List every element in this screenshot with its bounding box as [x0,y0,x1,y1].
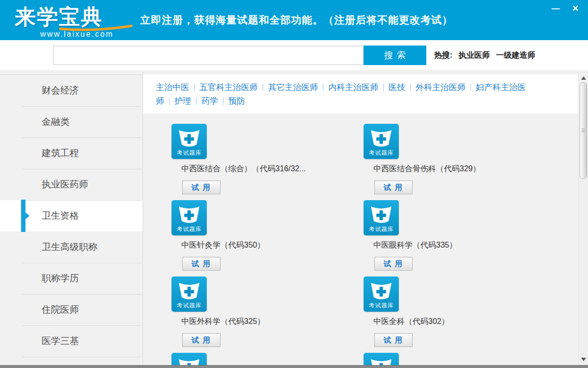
exam-card-title: 中医全科（代码302） [373,317,530,327]
sidebar-item-label: 医学三基 [42,325,79,357]
active-item-indicator [21,200,25,232]
tile-badge-label: 考试题库 [364,149,399,157]
exam-card-2: 考试题库 中医针灸学（代码350） 试 用 [172,200,338,271]
category-tabs-panel: 主治中医五官科主治医师其它主治医师内科主治医师医技外科主治医师妇产科主治医师护理… [143,74,578,114]
tab-3[interactable]: 内科主治医师 [328,83,378,92]
exam-card-5: 考试题库 中医全科（代码302） 试 用 [364,276,530,347]
question-bank-tile[interactable]: 考试题库 [364,276,399,312]
tab-separator [410,84,411,91]
trial-button[interactable]: 试 用 [182,333,220,347]
sidebar-item-0[interactable]: 财会经济 [0,75,143,106]
tile-badge-label: 考试题库 [364,226,399,233]
question-bank-tile[interactable]: 考试题库 [364,200,399,235]
tab-0[interactable]: 主治中医 [156,83,189,92]
hot-search: 热搜: 执业医师 一级建造师 [434,50,535,61]
tab-1[interactable]: 五官科主治医师 [199,83,258,92]
category-tabs: 主治中医五官科主治医师其它主治医师内科主治医师医技外科主治医师妇产科主治医师护理… [156,81,529,108]
tab-separator [194,84,195,91]
tile-badge-label: 考试题库 [172,149,207,157]
tab-separator [323,84,323,91]
medical-cap-icon [172,202,207,225]
close-button[interactable]: ✕ [568,2,582,15]
trial-button[interactable]: 试 用 [374,181,413,194]
exam-card-3: 考试题库 中医眼科学（代码335） 试 用 [364,200,530,271]
search-input[interactable] [53,46,364,65]
scrollbar-thumb[interactable] [580,82,587,179]
scrollbar-grip-icon [582,129,585,133]
tab-separator [169,97,170,105]
tab-8[interactable]: 药学 [201,96,218,106]
tab-separator [470,84,471,91]
minimize-button[interactable]: — [549,2,563,15]
trial-button[interactable]: 试 用 [374,333,413,347]
exam-card-0: 考试题库 中西医结合（综合）（代码316/32... 试 用 [172,124,338,194]
vertical-scrollbar[interactable] [578,71,588,365]
sidebar-item-label: 财会经济 [42,75,79,106]
exam-card-1: 考试题库 中西医结合骨伤科（代码329） 试 用 [364,124,530,194]
tile-badge-label: 考试题库 [364,302,399,309]
register-promo-text: 立即注册，获得海量试题和全部功能。（注册后将不能更改考试） [140,13,453,27]
sidebar-item-4[interactable]: 卫生资格 [0,200,143,231]
tab-5[interactable]: 外科主治医师 [416,83,466,92]
scroll-up-arrow-icon[interactable] [581,76,586,80]
sidebar-items: 财会经济 金融类 建筑工程 执业医药师 卫生资格 卫生高级职称 职称学历 住院医… [0,75,143,357]
exam-card-title: 中西医结合骨伤科（代码329） [373,164,530,174]
tab-2[interactable]: 其它主治医师 [268,83,318,92]
medical-cap-icon [364,278,399,301]
sidebar-separator [22,357,142,357]
exam-card-4: 考试题库 中医外科学（代码325） 试 用 [172,276,338,347]
hot-search-label: 热搜: [434,51,452,59]
medical-cap-icon [172,125,207,149]
tab-9[interactable]: 预防 [228,96,245,106]
trial-button[interactable]: 试 用 [182,181,220,194]
question-bank-tile[interactable]: 考试题库 [172,276,207,312]
sidebar: 财会经济 金融类 建筑工程 执业医药师 卫生资格 卫生高级职称 职称学历 住院医… [0,74,143,368]
exam-card-title: 中西医结合（综合）（代码316/32... [181,164,338,174]
tile-badge-label: 考试题库 [172,302,207,309]
sidebar-item-6[interactable]: 职称学历 [0,263,143,294]
exam-card-title: 中医外科学（代码325） [181,317,338,327]
sidebar-item-1[interactable]: 金融类 [0,106,143,138]
title-bar: 来学宝典 www.laixue.com 立即注册，获得海量试题和全部功能。（注册… [0,0,588,40]
tab-separator [383,84,384,91]
sidebar-item-3[interactable]: 执业医药师 [0,169,143,200]
sidebar-item-label: 卫生资格 [42,200,79,231]
tab-4[interactable]: 医技 [389,83,405,92]
sidebar-item-label: 住院医师 [42,294,79,325]
trial-button[interactable]: 试 用 [374,257,413,271]
tab-separator [196,97,196,105]
question-bank-tile[interactable]: 考试题库 [364,124,399,159]
sidebar-item-5[interactable]: 卫生高级职称 [0,231,143,263]
medical-cap-icon [172,278,207,301]
search-bar: 搜索 热搜: 执业医师 一级建造师 [0,40,588,70]
tab-separator [223,97,223,105]
sidebar-item-label: 卫生高级职称 [42,231,98,263]
sidebar-item-2[interactable]: 建筑工程 [0,138,143,169]
medical-cap-icon [364,125,399,149]
sidebar-item-label: 建筑工程 [42,138,79,169]
sidebar-item-7[interactable]: 住院医师 [0,294,143,325]
app-logo: 来学宝典 www.laixue.com [14,2,126,39]
window-bottom-edge [0,365,588,368]
question-bank-tile[interactable]: 考试题库 [172,200,207,235]
sidebar-item-8[interactable]: 医学三基 [0,325,143,357]
tab-7[interactable]: 护理 [174,96,191,106]
sidebar-item-label: 职称学历 [42,263,79,294]
trial-button[interactable]: 试 用 [182,257,220,271]
hot-search-term-0[interactable]: 执业医师 [459,51,490,59]
question-bank-tile[interactable]: 考试题库 [172,124,207,159]
app-logo-url: www.laixue.com [40,30,114,39]
search-button[interactable]: 搜索 [364,46,426,65]
tab-separator [263,84,263,91]
hot-search-term-1[interactable]: 一级建造师 [496,51,535,59]
sidebar-item-label: 金融类 [42,106,70,138]
exam-card-title: 中医眼科学（代码335） [373,240,530,251]
tile-badge-label: 考试题库 [172,226,207,233]
scroll-down-arrow-icon[interactable] [581,358,586,361]
exam-card-title: 中医针灸学（代码350） [181,240,338,251]
sidebar-content-divider [143,71,143,368]
medical-cap-icon [364,202,399,225]
sidebar-item-label: 执业医药师 [42,169,88,200]
